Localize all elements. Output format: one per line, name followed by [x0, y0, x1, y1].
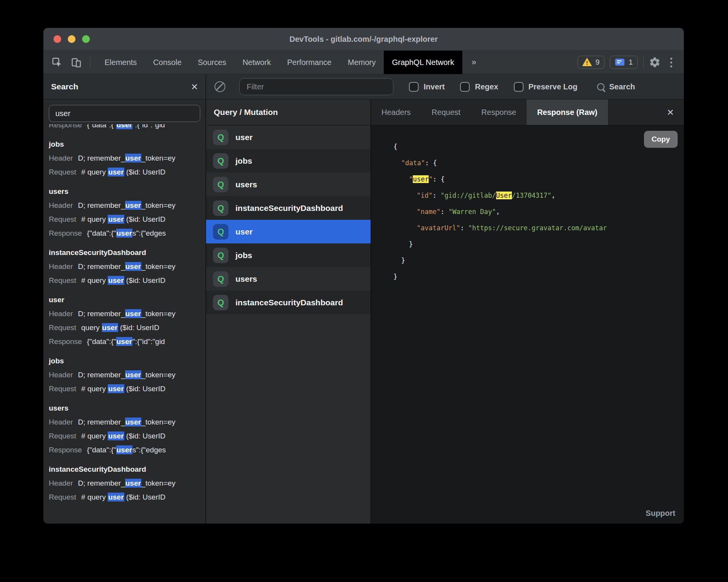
match-highlight: user	[108, 431, 124, 440]
detail-close-icon[interactable]: ×	[657, 99, 684, 125]
search-result-line[interactable]: Response{"data":{"user":{"id":"gid	[49, 335, 206, 349]
devtools-tab-sources[interactable]: Sources	[190, 51, 234, 74]
search-result-line[interactable]: Request# query user ($id: UserID	[49, 274, 206, 288]
result-line-label: Request	[49, 385, 76, 393]
invert-checkbox[interactable]	[409, 82, 419, 92]
detail-tab-headers[interactable]: Headers	[371, 99, 421, 125]
search-result-line[interactable]: HeaderD; remember_user_token=ey	[49, 368, 206, 382]
query-item-instancesecuritydashboard[interactable]: QinstanceSecurityDashboard	[206, 291, 371, 314]
issues-badge[interactable]: 1	[610, 56, 638, 69]
search-result-line[interactable]: Response{"data":{"users":{"edges	[49, 226, 206, 240]
result-line-label: Header	[49, 262, 73, 270]
detail-tab-response[interactable]: Response	[471, 99, 527, 125]
devtools-tab-graphql-network[interactable]: GraphQL Network	[384, 51, 462, 74]
match-highlight: user	[108, 215, 124, 224]
filter-input[interactable]	[239, 78, 393, 95]
search-result-line[interactable]: Requestquery user ($id: UserID	[49, 321, 206, 335]
query-item-jobs[interactable]: Qjobs	[206, 149, 371, 173]
panels-row: Query / Mutation QuserQjobsQusersQinstan…	[206, 99, 684, 524]
device-toolbar-icon[interactable]	[70, 56, 82, 68]
copy-button[interactable]: Copy	[644, 131, 678, 148]
more-options-kebab-icon[interactable]	[666, 56, 676, 68]
search-result-line[interactable]: HeaderD; remember_user_token=ey	[49, 476, 206, 490]
result-text: # query	[81, 168, 108, 176]
query-item-user[interactable]: Quser	[206, 125, 371, 149]
search-result-line[interactable]: Request# query user ($id: UserID	[49, 212, 206, 226]
json-token: "	[409, 175, 413, 183]
devtools-tab-console[interactable]: Console	[145, 51, 189, 74]
toolbar-search-button[interactable]: Search	[597, 82, 635, 91]
json-token: "Warren Day"	[448, 208, 496, 216]
regex-label: Regex	[475, 82, 498, 91]
search-result-line[interactable]: Response{"data":{"user":{"id":"gid	[49, 124, 206, 132]
invert-checkbox-group[interactable]: Invert	[409, 82, 445, 92]
result-line-label: Header	[49, 201, 73, 209]
regex-checkbox[interactable]	[460, 82, 470, 92]
query-mutation-title: Query / Mutation	[214, 108, 278, 117]
close-window-button[interactable]	[53, 35, 61, 43]
toolbar-search-label: Search	[609, 82, 635, 91]
inspect-element-icon[interactable]	[51, 56, 63, 68]
search-result-line[interactable]: HeaderD; remember_user_token=ey	[49, 151, 206, 165]
match-highlight: user	[125, 154, 141, 163]
result-text: ($id: UserID	[124, 276, 166, 284]
devtools-tab-network[interactable]: Network	[234, 51, 279, 74]
query-item-users[interactable]: Qusers	[206, 173, 371, 196]
result-text: D; remember_	[78, 479, 125, 487]
search-result-line[interactable]: Request# query user ($id: UserID	[49, 382, 206, 396]
result-text: {"data":{"	[87, 229, 116, 237]
result-line-label: Request	[49, 324, 76, 332]
search-close-icon[interactable]: ×	[191, 81, 198, 92]
more-tabs-chevron-icon[interactable]: »	[462, 51, 486, 74]
detail-tab-request[interactable]: Request	[421, 99, 471, 125]
json-line: "user": {	[371, 171, 684, 187]
search-result-line[interactable]: HeaderD; remember_user_token=ey	[49, 415, 206, 429]
json-token: :	[460, 224, 468, 232]
result-line-label: Header	[49, 371, 73, 379]
query-item-users[interactable]: Qusers	[206, 267, 371, 291]
query-item-jobs[interactable]: Qjobs	[206, 243, 371, 267]
search-result-line[interactable]: Response{"data":{"users":{"edges	[49, 443, 206, 457]
json-token: }	[401, 257, 405, 264]
result-line-label: Header	[49, 310, 73, 318]
result-text: ($id: UserID	[124, 493, 166, 501]
query-item-user[interactable]: Quser	[206, 220, 371, 243]
result-text: ($id: UserID	[124, 385, 166, 393]
json-token: "https://secure.gravatar.com/avatar	[468, 224, 607, 232]
warnings-badge[interactable]: 9	[577, 56, 605, 69]
search-result-line[interactable]: Request# query user ($id: UserID	[49, 429, 206, 443]
support-link[interactable]: Support	[646, 509, 675, 518]
preserve-log-checkbox[interactable]	[514, 82, 524, 92]
preserve-log-checkbox-group[interactable]: Preserve Log	[514, 82, 578, 92]
search-input[interactable]	[49, 105, 200, 122]
result-text: ($id: UserID	[118, 324, 160, 332]
result-group-title: jobs	[49, 137, 206, 151]
minimize-window-button[interactable]	[68, 35, 76, 43]
detail-tab-response-raw[interactable]: Response (Raw)	[527, 99, 608, 125]
zoom-window-button[interactable]	[82, 35, 90, 43]
query-type-icon: Q	[213, 200, 228, 216]
query-item-instancesecuritydashboard[interactable]: QinstanceSecurityDashboard	[206, 196, 371, 220]
devtools-tab-performance[interactable]: Performance	[279, 51, 340, 74]
json-line: }	[371, 269, 684, 285]
json-token: "	[429, 175, 433, 183]
search-result-line[interactable]: Request# query user ($id: UserID	[49, 165, 206, 179]
query-type-icon: Q	[213, 248, 228, 263]
result-text: ($id: UserID	[124, 432, 166, 440]
json-token: :	[440, 208, 448, 216]
clear-icon[interactable]	[215, 81, 225, 92]
search-result-line[interactable]: HeaderD; remember_user_token=ey	[49, 307, 206, 321]
search-result-line[interactable]: Request# query user ($id: UserID	[49, 490, 206, 504]
search-result-line[interactable]: HeaderD; remember_user_token=ey	[49, 260, 206, 274]
search-result-line[interactable]: HeaderD; remember_user_token=ey	[49, 199, 206, 212]
devtools-tabbar-right: 9 1	[577, 51, 684, 74]
settings-gear-icon[interactable]	[649, 56, 661, 68]
match-highlight: user	[108, 168, 124, 176]
devtools-tab-elements[interactable]: Elements	[96, 51, 145, 74]
result-text: ($id: UserID	[124, 168, 166, 176]
warning-icon	[582, 58, 592, 67]
regex-checkbox-group[interactable]: Regex	[460, 82, 498, 92]
match-highlight: user	[125, 479, 141, 488]
devtools-tab-memory[interactable]: Memory	[340, 51, 384, 74]
tabbar-divider	[90, 56, 90, 68]
